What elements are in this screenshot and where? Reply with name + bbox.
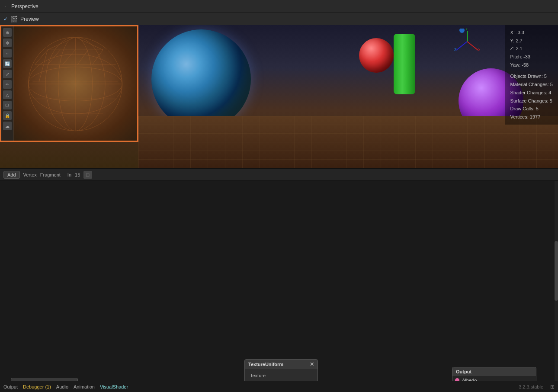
viewport-content: ⊕ ✥ ↔ 🔄 ⤢ ✏ △ ⬡ 🔒 ☁ <box>0 25 558 168</box>
toolbar-icon-2[interactable]: ✥ <box>3 39 12 47</box>
green-cylinder <box>394 34 415 94</box>
toolbar-in: In <box>67 172 71 177</box>
input1-title: Input <box>15 380 26 381</box>
stat-z: Z: 2.1 <box>510 45 553 53</box>
stat-y: Y: 2.7 <box>510 37 553 45</box>
svg-line-16 <box>92 50 103 65</box>
layout-icon[interactable]: ⊞ <box>550 384 555 390</box>
floor-grid-svg <box>138 116 558 168</box>
bottom-bar: Output Debugger (1) Audio Animation Visu… <box>0 381 558 392</box>
out-albedo: Albedo <box>452 376 536 381</box>
svg-line-13 <box>48 50 61 65</box>
scrollbar-thumb[interactable] <box>555 241 558 301</box>
axis-svg: Y X Z <box>454 29 480 55</box>
toolbar-icon-5[interactable]: ⤢ <box>3 70 12 78</box>
stat-material: Material Changes: 5 <box>510 80 553 89</box>
input1-header: Input ✕ <box>11 378 77 381</box>
wire-mesh-svg <box>13 26 137 141</box>
tex1-type-row: Texture <box>245 371 317 380</box>
version-label: 3.2.3.stable <box>519 384 543 389</box>
svg-text:Z: Z <box>454 48 457 52</box>
texture1-close[interactable]: ✕ <box>310 361 314 367</box>
toolbar-icon-10[interactable]: ☁ <box>3 122 12 130</box>
perspective-label: Perspective <box>11 3 38 10</box>
preview-row: ✓ 🎬 Preview <box>0 13 558 25</box>
stat-vertices: Vertices: 1977 <box>510 113 553 121</box>
output-node: Output Albedo Alpha Metallic Roughness <box>452 367 536 381</box>
texture1-body: Texture Color ▾ White Default ▾ uv rgb ⇄ <box>245 369 317 381</box>
bottom-tab-animation[interactable]: Animation <box>74 384 95 389</box>
stat-shader: Shader Changes: 4 <box>510 89 553 97</box>
top-bar: ⋮ Perspective <box>0 0 558 13</box>
preview-check: ✓ <box>3 16 8 22</box>
texture1-header: TextureUniform ✕ <box>245 360 317 369</box>
stat-drawcalls: Draw Calls: 5 <box>510 105 553 113</box>
svg-text:X: X <box>478 48 480 52</box>
toolbar-icon-1[interactable]: ⊕ <box>3 28 12 37</box>
stat-surface: Surface Changes: 5 <box>510 97 553 105</box>
add-button[interactable]: Add <box>3 171 20 179</box>
toolbar-icon-8[interactable]: ⬡ <box>3 101 12 109</box>
stat-x: X: -3.3 <box>510 29 553 37</box>
stats-overlay: X: -3.3 Y: 2.7 Z: 2.1 Pitch: -33 Yaw: -5… <box>505 25 558 125</box>
overlay-toolbar: ⊕ ✥ ↔ 🔄 ⤢ ✏ △ ⬡ 🔒 ☁ <box>1 26 13 141</box>
bottom-tab-output[interactable]: Output <box>3 384 18 389</box>
toolbar-square[interactable]: □ <box>83 171 92 179</box>
viewport-area: ⋮ Perspective ✓ 🎬 Preview ⊕ ✥ ↔ 🔄 ⤢ ✏ △ … <box>0 0 558 169</box>
out-albedo-port <box>455 378 459 381</box>
toolbar-15: 15 <box>75 172 80 177</box>
output-header: Output <box>452 367 536 376</box>
stat-objects: Objects Drawn: 5 <box>510 72 553 80</box>
node-editor: Add Vertex Fragment In 15 □ <box>0 169 558 381</box>
preview-label: Preview <box>20 16 39 22</box>
texture1-node: TextureUniform ✕ Texture Color ▾ White D… <box>244 359 318 381</box>
output-body: Albedo Alpha Metallic Roughness Specular <box>452 376 536 381</box>
input-node-1: Input ✕ uv3 uv ▾ 👁 <box>11 378 78 381</box>
floor <box>138 116 558 168</box>
earth-sphere <box>151 29 251 129</box>
stat-pitch: Pitch: -33 <box>510 53 553 61</box>
bottom-tab-audio[interactable]: Audio <box>56 384 68 389</box>
svg-rect-21 <box>138 116 558 168</box>
connections-svg <box>0 181 558 381</box>
tex1-type: Texture <box>247 373 266 378</box>
node-canvas: Input ✕ uv3 uv ▾ 👁 Input ✕ <box>0 181 558 381</box>
menu-dots[interactable]: ⋮ <box>3 4 8 9</box>
texture1-title: TextureUniform <box>248 362 283 367</box>
toolbar-icon-9[interactable]: 🔒 <box>3 111 12 120</box>
toolbar-icon-6[interactable]: ✏ <box>3 80 12 89</box>
preview-icon: 🎬 <box>10 16 18 22</box>
axis-indicator: Y X Z <box>454 29 480 55</box>
red-ball <box>359 38 394 73</box>
svg-line-15 <box>77 50 88 65</box>
vertex-label: Vertex <box>23 172 37 177</box>
bottom-tab-visual-shader[interactable]: VisualShader <box>100 384 128 389</box>
toolbar-icon-4[interactable]: 🔄 <box>3 59 12 68</box>
svg-line-14 <box>62 50 75 65</box>
overlay-canvas <box>13 26 137 141</box>
svg-line-24 <box>467 42 478 50</box>
node-toolbar: Add Vertex Fragment In 15 □ <box>0 169 558 181</box>
stat-yaw: Yaw: -58 <box>510 61 553 69</box>
node-scrollbar[interactable] <box>555 181 558 381</box>
toolbar-icon-7[interactable]: △ <box>3 90 12 99</box>
overlay-panel: ⊕ ✥ ↔ 🔄 ⤢ ✏ △ ⬡ 🔒 ☁ <box>0 25 138 142</box>
bottom-tab-debugger[interactable]: Debugger (1) <box>23 384 51 389</box>
toolbar-icon-3[interactable]: ↔ <box>3 49 12 58</box>
svg-line-26 <box>456 42 467 50</box>
fragment-label: Fragment <box>40 172 61 177</box>
svg-point-28 <box>459 29 465 33</box>
svg-text:Y: Y <box>465 29 468 31</box>
input1-close[interactable]: ✕ <box>70 380 74 381</box>
